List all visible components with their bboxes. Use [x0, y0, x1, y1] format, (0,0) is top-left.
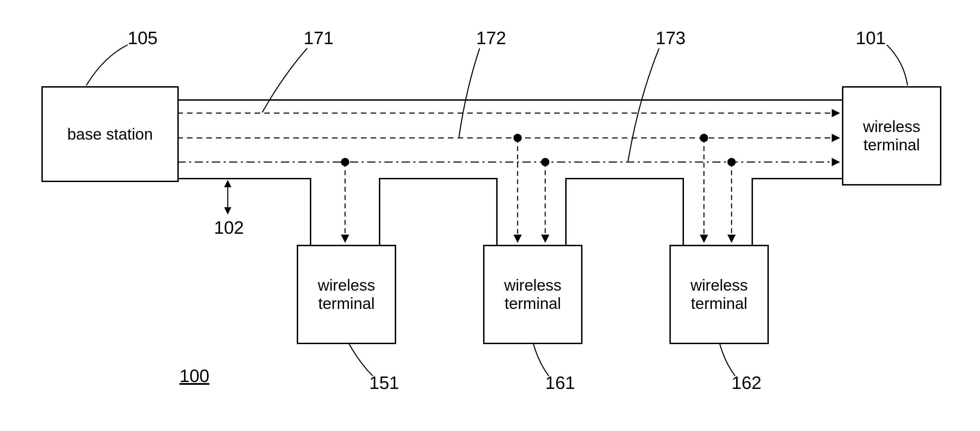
ref-151: 151 — [369, 372, 399, 393]
leader-172 — [459, 48, 480, 137]
bus-bottom-seg-4 — [752, 179, 842, 245]
ref-102: 102 — [214, 217, 244, 238]
bus-bottom-seg-1 — [177, 179, 310, 245]
diagram-canvas: base station wireless terminal wireless … — [0, 0, 980, 431]
leader-162 — [719, 343, 735, 376]
connections-overlay — [0, 0, 980, 431]
leader-151 — [348, 343, 373, 376]
ref-105: 105 — [128, 28, 158, 48]
leader-101 — [887, 45, 908, 86]
leader-173 — [628, 48, 659, 162]
ref-101: 101 — [856, 28, 886, 48]
ref-161: 161 — [545, 372, 575, 393]
ref-100: 100 — [180, 366, 210, 386]
leader-171 — [262, 48, 307, 113]
leader-161 — [533, 343, 549, 376]
ref-171: 171 — [304, 28, 334, 48]
bus-bottom-seg-2 — [380, 179, 497, 245]
bus-bottom-seg-3 — [566, 179, 683, 245]
ref-173: 173 — [655, 28, 686, 48]
ref-162: 162 — [732, 372, 762, 393]
leader-105 — [86, 45, 128, 86]
ref-172: 172 — [476, 28, 506, 48]
